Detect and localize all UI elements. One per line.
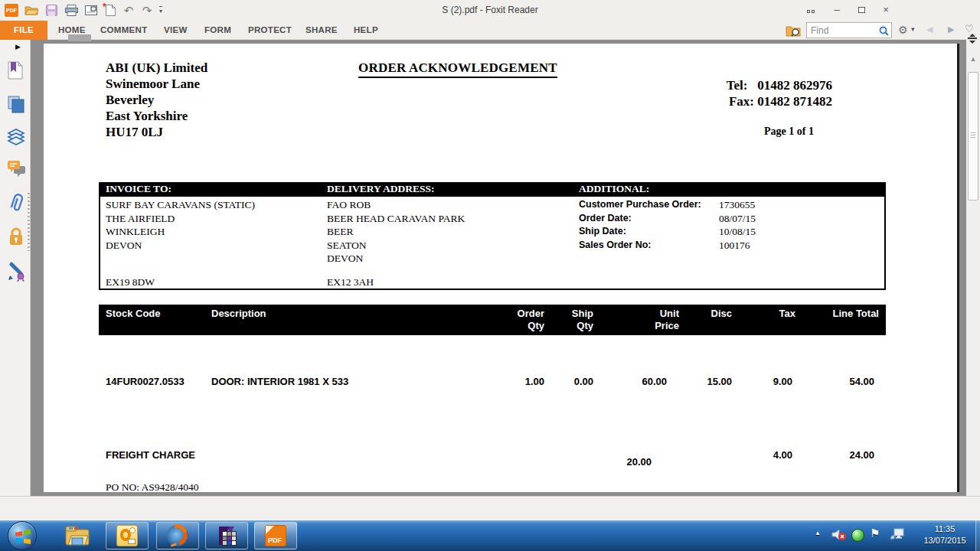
screen: PDF * ↶ ↷ ▾ S (2).pdf - Foxit Reader – xyxy=(0,0,980,551)
invoice-address-table: INVOICE TO: DELIVERY ADDRESS: ADDITIONAL… xyxy=(99,182,886,290)
redo-icon[interactable]: ↷ xyxy=(139,2,155,18)
clock-date: 13/07/2015 xyxy=(916,535,974,546)
invoice-postcode: EX19 8DW xyxy=(106,276,155,289)
title-bar: PDF * ↶ ↷ ▾ S (2).pdf - Foxit Reader – xyxy=(0,0,980,21)
tab-help[interactable]: HELP xyxy=(354,21,378,40)
delivery-address: FAO ROB BEER HEAD CARAVAN PARK BEER SEAT… xyxy=(327,198,465,266)
gear-icon[interactable]: ⚙ xyxy=(898,24,908,36)
expand-sidebar-icon[interactable]: ▶ xyxy=(15,43,21,51)
split-view-icon[interactable] xyxy=(967,34,978,43)
start-button[interactable] xyxy=(8,521,37,550)
invoice-table-header-bar: INVOICE TO: DELIVERY ADDRESS: ADDITIONAL… xyxy=(100,182,884,197)
attachment-icon[interactable] xyxy=(7,193,24,210)
close-button[interactable]: × xyxy=(876,4,896,16)
taskbar-clock[interactable]: 11:35 13/07/2015 xyxy=(916,523,974,546)
status-bar: ◀ ◀ 1 / 1 ▾ ▶ ▶ 114.02% ▾ − + xyxy=(0,496,980,520)
window-title: S (2).pdf - Foxit Reader xyxy=(442,5,537,15)
company-address-block: ABI (UK) Limited Swinemoor Lane Beverley… xyxy=(106,60,207,140)
items-table-header: Stock Code Description Order Qty Ship Qt… xyxy=(99,305,886,335)
heart-icon[interactable]: ♡ xyxy=(965,23,974,34)
navigation-sidebar: ▶ xyxy=(0,40,31,496)
show-desktop-button[interactable] xyxy=(975,520,980,551)
search-folder-icon[interactable] xyxy=(786,24,801,37)
invoice-to-address: SURF BAY CARAVANS (STATIC) THE AIRFIELD … xyxy=(106,198,255,252)
volume-muted-icon[interactable] xyxy=(831,528,847,541)
item-row: 14FUR0027.0533 DOOR: INTERIOR 1981 X 533… xyxy=(99,376,886,394)
screen-mode-icon[interactable] xyxy=(801,4,821,16)
delivery-postcode: EX12 3AH xyxy=(327,276,374,289)
layers-icon[interactable] xyxy=(7,127,24,144)
pdf-page: ABI (UK) Limited Swinemoor Lane Beverley… xyxy=(44,44,959,492)
comments-icon[interactable] xyxy=(7,159,24,176)
taskbar-outlook-button[interactable] xyxy=(106,522,149,549)
invoice-to-header: INVOICE TO: xyxy=(106,183,172,195)
tab-comment[interactable]: COMMENT xyxy=(100,21,148,40)
find-next-icon[interactable]: ▶ xyxy=(948,24,954,34)
tel-fax-block: Tel: 01482 862976 Fax: 01482 871482 xyxy=(603,77,832,109)
ribbon-notch xyxy=(68,34,91,41)
delivery-address-header: DELIVERY ADDRESS: xyxy=(327,183,434,195)
tab-file[interactable]: FILE xyxy=(0,21,47,40)
undo-icon[interactable]: ↶ xyxy=(120,2,137,18)
sidebar-resize-grip[interactable] xyxy=(28,193,30,251)
taskbar-grid-app-button[interactable] xyxy=(205,522,248,549)
network-icon[interactable] xyxy=(890,528,904,540)
tab-view[interactable]: VIEW xyxy=(164,21,188,40)
show-hidden-icons-button[interactable]: ▲ xyxy=(815,530,821,536)
document-title: ORDER ACKNOWLEDGEMENT xyxy=(358,60,557,78)
taskbar-foxit-button[interactable]: PDF xyxy=(254,522,297,549)
taskbar-firefox-button[interactable] xyxy=(156,522,199,549)
scrollbar-thumb[interactable] xyxy=(968,72,978,201)
restore-button[interactable] xyxy=(851,4,871,16)
additional-header: ADDITIONAL: xyxy=(579,183,649,195)
save-icon[interactable] xyxy=(43,2,60,18)
tab-protect[interactable]: PROTECT xyxy=(248,21,292,40)
find-previous-icon[interactable]: ◀ xyxy=(926,24,933,34)
tab-form[interactable]: FORM xyxy=(204,21,231,40)
open-file-icon[interactable] xyxy=(23,2,40,18)
action-center-flag-icon[interactable]: ⚑ xyxy=(870,527,880,540)
foxit-logo-icon[interactable]: PDF xyxy=(3,2,20,18)
additional-details: Customer Purchase Order:1730655 Order Da… xyxy=(579,198,756,252)
customize-toolbar-caret-icon[interactable]: ▾ xyxy=(156,2,165,18)
freight-row: FREIGHT CHARGE 20.00 4.00 24.00 xyxy=(99,449,886,468)
tab-share[interactable]: SHARE xyxy=(305,21,338,40)
minimize-button[interactable]: – xyxy=(827,4,847,16)
bookmarks-icon[interactable] xyxy=(7,61,24,78)
scroll-up-icon[interactable]: ▲ xyxy=(968,55,978,63)
page-number-label: Page 1 of 1 xyxy=(661,126,814,138)
email-icon[interactable] xyxy=(83,2,100,18)
gear-caret-icon[interactable]: ▾ xyxy=(911,25,915,33)
taskbar-explorer-button[interactable] xyxy=(55,522,100,549)
tray-status-icon[interactable] xyxy=(851,529,864,542)
asterisk-badge: * xyxy=(103,2,106,12)
print-icon[interactable] xyxy=(63,2,80,18)
security-lock-icon[interactable] xyxy=(7,227,24,243)
clock-time: 11:35 xyxy=(916,523,974,535)
pages-icon[interactable] xyxy=(7,95,24,112)
search-icon[interactable] xyxy=(879,25,889,35)
po-number-note: PO NO: AS9428/4040 xyxy=(106,481,199,494)
signature-icon[interactable] xyxy=(7,260,24,277)
new-document-icon[interactable]: * xyxy=(102,2,119,18)
